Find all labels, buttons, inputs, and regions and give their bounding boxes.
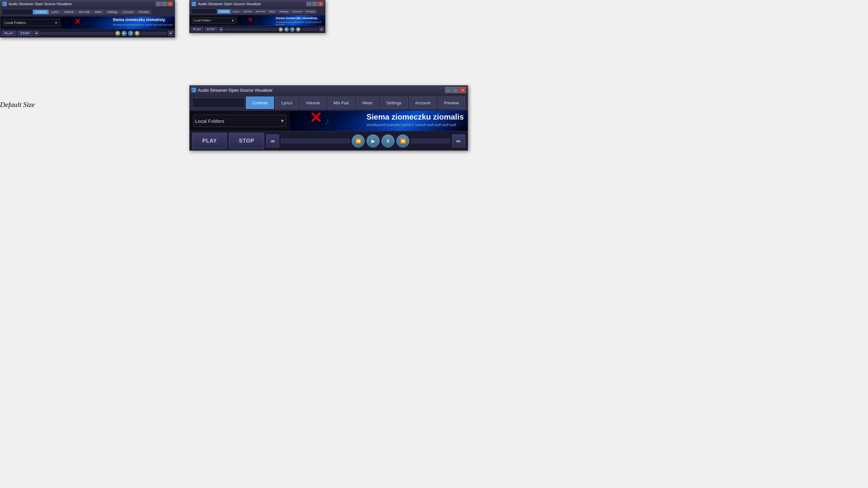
- skip-next-button-3[interactable]: ⏭: [452, 134, 465, 148]
- close-button-1[interactable]: ✕: [167, 2, 173, 6]
- content-area-1: Local Folders ▼ ♪ ✕: [0, 17, 175, 29]
- app-icon-1: ♪: [2, 2, 7, 6]
- progress-bar-2[interactable]: [225, 28, 277, 31]
- skip-prev-button-1[interactable]: ⏮: [34, 31, 39, 36]
- skip-prev-button-2[interactable]: ⏮: [219, 27, 223, 32]
- tab-mixer-1[interactable]: Mixer: [92, 10, 104, 14]
- titlebar-1: ♪ Audio Streamer Open Source Visualizer …: [0, 0, 175, 7]
- play-button-2[interactable]: PLAY: [191, 27, 204, 31]
- folder-select-3[interactable]: Local Folders ▼: [193, 115, 286, 127]
- tab-account-2[interactable]: Account: [291, 9, 303, 13]
- content-area-3: Local Folders ▼ ♪ ✕: [190, 111, 468, 131]
- tab-preview-2[interactable]: Preview: [304, 9, 316, 13]
- default-size-label: Default Size: [0, 100, 35, 109]
- tab-controls-1[interactable]: Controls: [33, 10, 49, 14]
- svg-text:♪: ♪: [324, 116, 330, 126]
- viz-music-icon-1: ♪ ✕: [64, 18, 109, 27]
- progress-bar-3[interactable]: [281, 139, 350, 143]
- song-info-3: Siema ziomeczku ziomalisty. ahdsfkjashdf…: [367, 112, 464, 127]
- search-input-3[interactable]: [192, 101, 244, 105]
- visualizer-2: ♪ ✕ Siema ziomeczku ziomalisty. ahdsfkja…: [238, 15, 325, 26]
- skip-next-button-1[interactable]: ⏭: [168, 31, 174, 36]
- tab-volume-1[interactable]: Volume: [62, 10, 76, 14]
- tab-mixpad-3[interactable]: Mix Pad: [328, 97, 355, 109]
- tab-volume-2[interactable]: Volume: [242, 9, 253, 13]
- tab-settings-2[interactable]: Settings: [278, 9, 290, 13]
- stop-button-1[interactable]: STOP: [18, 31, 32, 36]
- folder-select-text-1: Local Folders: [4, 21, 53, 25]
- folder-panel-2: Local Folders ▼: [190, 15, 238, 26]
- folder-panel-1: Local Folders ▼: [0, 17, 62, 29]
- stop-button-3[interactable]: STOP: [229, 133, 264, 149]
- play-transport-1[interactable]: ▶: [122, 31, 127, 36]
- search-input-2[interactable]: [191, 10, 217, 13]
- pause-button-1[interactable]: ⏸: [128, 31, 133, 36]
- play-button-1[interactable]: PLAY: [2, 31, 16, 36]
- red-x-1: ✕: [74, 18, 81, 26]
- red-x-2: ✕: [248, 17, 253, 23]
- tab-lyrics-2[interactable]: Lyrics: [231, 9, 241, 13]
- tab-lyrics-1[interactable]: Lyrics: [49, 10, 61, 14]
- tab-mixpad-2[interactable]: Mix Pad: [254, 9, 267, 13]
- tab-volume-3[interactable]: Volume: [300, 97, 326, 109]
- maximize-button-1[interactable]: □: [162, 2, 167, 6]
- play-transport-2[interactable]: ▶: [284, 27, 289, 32]
- skip-next-button-2[interactable]: ⏭: [319, 27, 324, 32]
- pause-button-2[interactable]: ⏸: [290, 27, 294, 32]
- window-3: ♪ Audio Streamer Open Source Visualizer …: [189, 85, 468, 151]
- app-icon-2: ♪: [191, 2, 196, 6]
- rewind-button-3[interactable]: ⏪: [352, 134, 365, 148]
- tab-mixpad-1[interactable]: Mix Pad: [77, 10, 92, 14]
- tab-account-3[interactable]: Account: [409, 97, 437, 109]
- viz-music-icon-3: ♪ ✕: [293, 113, 365, 128]
- pause-button-3[interactable]: ⏸: [381, 134, 395, 148]
- skip-prev-button-3[interactable]: ⏮: [266, 134, 279, 148]
- window-title-1: Audio Streamer Open Source Visualizer: [9, 2, 154, 6]
- tab-lyrics-3[interactable]: Lyrics: [275, 97, 298, 109]
- svg-text:♪: ♪: [255, 18, 257, 23]
- titlebar-buttons-1: ─ □ ✕: [156, 2, 173, 6]
- forward-button-1[interactable]: ⏩: [134, 31, 140, 36]
- song-subtitle-1: ahdsfkjashdf jkahsdlkf jahsdf k l jahsdf…: [113, 23, 173, 26]
- rewind-button-2[interactable]: ⏪: [278, 27, 283, 32]
- tab-mixer-3[interactable]: Mixer: [356, 97, 379, 109]
- viz-music-icon-2: ♪ ✕: [240, 16, 275, 24]
- maximize-button-3[interactable]: □: [452, 87, 459, 93]
- play-transport-3[interactable]: ▶: [367, 134, 379, 148]
- tab-controls-3[interactable]: Controls: [246, 97, 274, 109]
- minimize-button-2[interactable]: ─: [306, 2, 311, 6]
- red-x-3: ✕: [309, 111, 322, 126]
- titlebar-buttons-3: ─ □ ✕: [445, 87, 466, 93]
- titlebar-2: ♪ Audio Streamer Open Source Visualizer …: [190, 0, 325, 7]
- minimize-button-1[interactable]: ─: [156, 2, 161, 6]
- tab-settings-3[interactable]: Settings: [380, 97, 408, 109]
- close-button-2[interactable]: ✕: [318, 2, 323, 6]
- folder-select-text-2: Local Folders: [193, 19, 230, 22]
- app-icon-3: ♪: [191, 88, 196, 92]
- progress-bar-1[interactable]: [40, 32, 114, 35]
- tab-controls-2[interactable]: Controls: [217, 9, 230, 13]
- maximize-button-2[interactable]: □: [312, 2, 317, 6]
- close-button-3[interactable]: ✕: [459, 87, 466, 93]
- folder-select-1[interactable]: Local Folders ▼: [3, 19, 59, 26]
- forward-button-3[interactable]: ⏩: [396, 134, 409, 148]
- search-input-1[interactable]: [2, 10, 32, 14]
- tab-preview-3[interactable]: Preview: [438, 97, 465, 109]
- rewind-button-1[interactable]: ⏪: [115, 31, 120, 36]
- minimize-button-3[interactable]: ─: [445, 87, 452, 93]
- progress-bar-right-1[interactable]: [141, 32, 167, 35]
- content-area-2: Local Folders ▼ ♪ ✕: [190, 15, 325, 26]
- folder-select-2[interactable]: Local Folders ▼: [192, 18, 236, 23]
- tab-account-1[interactable]: Account: [121, 10, 136, 14]
- forward-button-2[interactable]: ⏩: [296, 27, 301, 32]
- play-button-3[interactable]: PLAY: [192, 133, 227, 149]
- window-title-3: Audio Streamer Open Source Visualizer: [198, 88, 443, 93]
- folder-panel-3: Local Folders ▼: [190, 111, 290, 131]
- tab-settings-1[interactable]: Settings: [105, 10, 120, 14]
- progress-bar-right-3[interactable]: [411, 139, 450, 143]
- progress-bar-right-2[interactable]: [302, 28, 318, 31]
- bottom-bar-2: PLAY STOP ⏮ ⏪ ▶ ⏸ ⏩ ⏭: [190, 26, 325, 33]
- tab-mixer-2[interactable]: Mixer: [268, 9, 277, 13]
- tab-preview-1[interactable]: Preview: [136, 10, 151, 14]
- stop-button-2[interactable]: STOP: [205, 27, 218, 31]
